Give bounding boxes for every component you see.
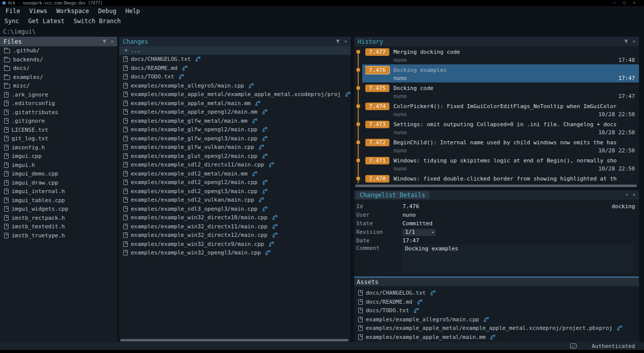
file-tree-item[interactable]: imstb_rectpack.h xyxy=(0,214,117,223)
horizontal-scrollbar[interactable] xyxy=(354,184,639,188)
chevron-down-icon[interactable]: ▾ xyxy=(625,193,628,197)
changed-file-row[interactable]: examples/example_glfw_metal/main.mm xyxy=(119,117,351,126)
filter-icon[interactable] xyxy=(336,39,340,44)
changed-file-row[interactable]: examples/example_win32_directx9/main.cpp xyxy=(119,240,351,249)
changed-file-row[interactable]: examples/example_sdl3_opengl3/main.cpp xyxy=(119,205,351,214)
file-tree-item[interactable]: imgui_demo.cpp xyxy=(0,169,117,179)
history-entry[interactable]: 7.471Windows: tidying up skipitems logic… xyxy=(362,155,639,173)
file-tree-item[interactable]: LICENSE.txt xyxy=(0,126,117,135)
item-label: imstb_rectpack.h xyxy=(12,215,65,221)
file-tree-item[interactable]: imgui_tables.cpp xyxy=(0,196,117,205)
changed-file-row[interactable]: examples/example_sdl2_opengl2/main.cpp xyxy=(119,178,351,187)
document-icon xyxy=(123,56,128,62)
close-icon[interactable]: ✕ xyxy=(633,39,635,44)
changed-file-row[interactable]: examples/example_sdl2_directx11/main.cpp xyxy=(119,160,351,169)
close-icon[interactable]: ✕ xyxy=(111,39,114,44)
changed-file-row[interactable]: examples/example_sdl2_metal/main.mm xyxy=(119,169,351,179)
changed-file-row[interactable]: examples/example_win32_directx12/main.cp… xyxy=(119,231,351,240)
item-label: .github/ xyxy=(13,47,40,54)
asset-row[interactable]: docs/CHANGELOG.txt xyxy=(354,289,639,298)
file-tree-item[interactable]: examples/ xyxy=(0,73,117,82)
file-tree-item[interactable]: .gitignore xyxy=(0,117,117,126)
menu-debug[interactable]: Debug xyxy=(94,8,121,15)
changed-file-row[interactable]: examples/example_allegro5/main.cpp xyxy=(119,81,351,91)
asset-row[interactable]: docs/README.md xyxy=(354,298,639,307)
changes-panel-title: Changes xyxy=(123,38,148,45)
changed-file-row[interactable]: examples/example_glut_opengl2/main.cpp xyxy=(119,152,351,161)
history-entry[interactable]: 7.477Merging docking codenuno17:48 xyxy=(362,46,639,64)
scrollbar-thumb[interactable] xyxy=(355,185,637,187)
history-entry[interactable]: 7.470Windows: fixed double-clicked borde… xyxy=(362,173,639,184)
toolbar-sync-button[interactable]: Sync xyxy=(0,18,24,25)
changed-file-row[interactable]: examples/example_win32_directx11/main.cp… xyxy=(119,222,351,231)
document-icon xyxy=(123,144,128,150)
menu-workspace[interactable]: Workspace xyxy=(52,8,94,15)
file-tree-item[interactable]: imgui.cpp xyxy=(0,152,117,161)
document-icon xyxy=(123,74,128,79)
history-entry[interactable]: 7.476Docking examplesnuno17:47 xyxy=(362,64,639,82)
history-entry[interactable]: 7.473Settings: omit outputing Collapsed=… xyxy=(362,119,639,137)
maximize-button[interactable]: ▢ xyxy=(623,0,625,6)
changed-file-row[interactable]: examples/example_apple_metal/main.mm xyxy=(119,99,351,108)
file-tree-item[interactable]: .ark_ignore xyxy=(0,91,117,100)
close-icon[interactable]: ✕ xyxy=(345,39,347,44)
close-icon[interactable]: ✕ xyxy=(633,193,635,197)
menu-help[interactable]: Help xyxy=(121,8,144,15)
menu-views[interactable]: Views xyxy=(25,8,52,15)
folder-icon xyxy=(4,66,10,71)
changed-file-row[interactable]: docs/CHANGELOG.txt xyxy=(119,55,351,64)
file-tree-item[interactable]: .editorconfig xyxy=(0,99,117,108)
changed-file-row[interactable]: examples/example_glfw_vulkan/main.cpp xyxy=(119,143,351,152)
item-label: examples/example_win32_directx11/main.cp… xyxy=(131,223,268,230)
filter-icon[interactable] xyxy=(624,39,628,44)
filter-icon[interactable] xyxy=(102,39,107,44)
minimize-button[interactable]: — xyxy=(613,0,616,6)
history-entry[interactable]: 7.472BeginChild(): Internal name used by… xyxy=(362,137,639,155)
changed-file-row[interactable]: examples/example_apple_metal/example_app… xyxy=(119,90,351,99)
file-tree-item[interactable]: .github/ xyxy=(0,46,117,55)
file-tree-item[interactable]: imstb_truetype.h xyxy=(0,231,117,240)
file-tree-item[interactable]: backends/ xyxy=(0,55,117,64)
revision-select[interactable]: 1/1▾ xyxy=(403,229,436,236)
file-tree-item[interactable]: imgui_widgets.cpp xyxy=(0,205,117,214)
document-icon xyxy=(358,308,363,313)
asset-row[interactable]: docs/TODO.txt xyxy=(354,306,639,315)
file-tree-item[interactable]: imgui_draw.cpp xyxy=(0,179,117,188)
changed-file-row[interactable]: docs/README.md xyxy=(119,64,351,73)
changed-file-row[interactable]: examples/example_glfw_opengl3/main.cpp xyxy=(119,134,351,143)
document-icon xyxy=(123,109,128,115)
file-tree-item[interactable]: docs/ xyxy=(0,64,117,73)
changed-file-row[interactable]: examples/example_sdl2_opengl3/main.cpp xyxy=(119,187,351,196)
horizontal-scrollbar[interactable] xyxy=(119,338,351,342)
changes-root-row[interactable]: ▼ ... xyxy=(119,46,351,55)
toolbar-switch-branch-button[interactable]: Switch Branch xyxy=(69,18,125,25)
detail-field-revision: Revision1/1▾ xyxy=(354,228,639,236)
expand-triangle-icon[interactable]: ▼ xyxy=(125,48,127,53)
document-icon xyxy=(4,215,9,221)
history-entry[interactable]: 7.474ColorPicker4(): Fixed ImGuiColorEdi… xyxy=(362,101,639,119)
changed-file-row[interactable]: examples/example_sdl2_vulkan/main.cpp xyxy=(119,196,351,205)
item-label: examples/example_sdl2_vulkan/main.cpp xyxy=(131,197,254,203)
detail-field-user: Usernuno xyxy=(354,211,639,219)
file-tree-item[interactable]: imstb_textedit.h xyxy=(0,222,117,231)
menu-file[interactable]: File xyxy=(1,8,25,15)
asset-row[interactable]: examples/example_apple_metal/main.mm xyxy=(354,333,639,342)
toolbar-get-latest-button[interactable]: Get Latest xyxy=(24,18,69,25)
graph-node xyxy=(356,68,360,72)
changed-file-row[interactable]: docs/TODO.txt xyxy=(119,72,351,81)
asset-row[interactable]: examples/example_allegro5/main.cpp xyxy=(354,315,639,324)
scrollbar-thumb[interactable] xyxy=(120,339,349,341)
history-entry[interactable]: 7.475Docking codenuno17:47 xyxy=(362,82,639,101)
file-tree-item[interactable]: imgui.h xyxy=(0,161,117,170)
asset-row[interactable]: examples/example_apple_metal/example_app… xyxy=(354,324,639,333)
file-tree-item[interactable]: imconfig.h xyxy=(0,143,117,152)
changed-file-row[interactable]: examples/example_glfw_opengl2/main.cpp xyxy=(119,125,351,134)
close-button[interactable]: ✕ xyxy=(633,0,635,6)
changed-file-row[interactable]: examples/example_win32_directx10/main.cp… xyxy=(119,213,351,222)
file-tree-item[interactable]: .gitattributes xyxy=(0,108,117,117)
changed-file-row[interactable]: examples/example_apple_opengl2/main.mm xyxy=(119,108,351,117)
file-tree-item[interactable]: misc/ xyxy=(0,81,117,91)
file-tree-item[interactable]: imgui_internal.h xyxy=(0,187,117,196)
changed-file-row[interactable]: examples/example_win32_opengl3/main.cpp xyxy=(119,248,351,257)
file-tree-item[interactable]: git_log.txt xyxy=(0,134,117,143)
